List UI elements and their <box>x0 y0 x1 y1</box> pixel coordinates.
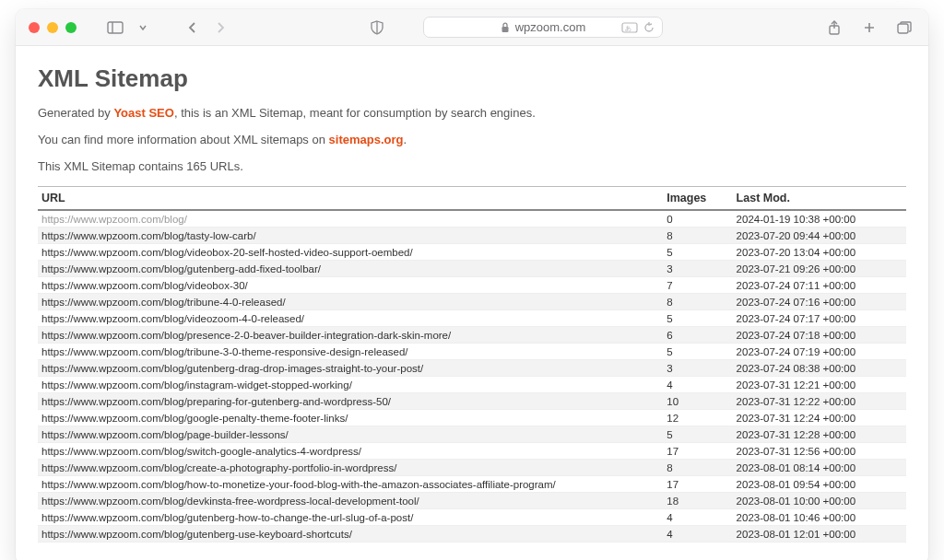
header-lastmod: Last Mod. <box>733 187 906 211</box>
cell-images: 5 <box>663 310 732 327</box>
table-row: https://www.wpzoom.com/blog/switch-googl… <box>38 443 906 460</box>
privacy-shield-icon[interactable] <box>366 18 388 38</box>
sitemaps-org-link[interactable]: sitemaps.org <box>329 133 404 146</box>
cell-url: https://www.wpzoom.com/blog/tribune-4-0-… <box>38 294 663 310</box>
svg-rect-0 <box>108 22 123 33</box>
cell-lastmod: 2023-07-24 07:16 +00:00 <box>733 294 906 310</box>
table-row: https://www.wpzoom.com/blog/videozoom-4-… <box>38 310 906 327</box>
url-link[interactable]: https://www.wpzoom.com/blog/how-to-monet… <box>41 479 556 490</box>
intro-line: Generated by Yoast SEO, this is an XML S… <box>38 106 906 120</box>
back-button[interactable] <box>182 18 204 38</box>
cell-images: 18 <box>663 493 732 509</box>
table-row: https://www.wpzoom.com/blog/devkinsta-fr… <box>38 493 906 509</box>
cell-lastmod: 2023-07-21 09:26 +00:00 <box>733 261 906 277</box>
table-row: https://www.wpzoom.com/blog/how-to-monet… <box>38 476 906 493</box>
page-content: XML Sitemap Generated by Yoast SEO, this… <box>16 46 928 560</box>
cell-images: 3 <box>663 360 732 377</box>
url-link[interactable]: https://www.wpzoom.com/blog/tribune-4-0-… <box>41 297 286 308</box>
cell-images: 8 <box>663 228 732 244</box>
yoast-seo-link[interactable]: Yoast SEO <box>113 106 174 120</box>
cell-lastmod: 2023-08-01 09:54 +00:00 <box>733 476 906 493</box>
table-row: https://www.wpzoom.com/blog/instagram-wi… <box>38 377 906 393</box>
cell-lastmod: 2023-08-01 10:46 +00:00 <box>733 509 906 526</box>
cell-url: https://www.wpzoom.com/blog/preparing-fo… <box>38 393 663 410</box>
url-link[interactable]: https://www.wpzoom.com/blog/videobox-30/ <box>41 280 248 291</box>
table-row: https://www.wpzoom.com/blog/create-a-pho… <box>38 460 906 476</box>
minimize-window-button[interactable] <box>47 22 58 33</box>
url-link[interactable]: https://www.wpzoom.com/blog/devkinsta-fr… <box>41 496 419 507</box>
cell-url: https://www.wpzoom.com/blog/tasty-low-ca… <box>38 228 663 244</box>
forward-button[interactable] <box>209 18 231 38</box>
cell-url: https://www.wpzoom.com/blog/instagram-wi… <box>38 377 663 393</box>
cell-lastmod: 2023-07-31 12:56 +00:00 <box>733 443 906 460</box>
more-suffix: . <box>403 133 407 146</box>
cell-lastmod: 2023-07-24 07:19 +00:00 <box>733 344 906 360</box>
url-link[interactable]: https://www.wpzoom.com/blog/tasty-low-ca… <box>41 230 256 241</box>
share-button[interactable] <box>823 18 845 38</box>
table-row: https://www.wpzoom.com/blog/videobox-30/… <box>38 277 906 294</box>
cell-images: 12 <box>663 410 732 426</box>
cell-images: 0 <box>663 210 732 228</box>
url-link[interactable]: https://www.wpzoom.com/blog/presence-2-0… <box>41 330 451 341</box>
url-link[interactable]: https://www.wpzoom.com/blog/ <box>41 214 187 225</box>
cell-lastmod: 2023-07-20 09:44 +00:00 <box>733 228 906 244</box>
cell-url: https://www.wpzoom.com/blog/ <box>38 210 663 228</box>
traffic-lights <box>29 22 77 33</box>
url-link[interactable]: https://www.wpzoom.com/blog/videobox-20-… <box>41 247 413 258</box>
url-link[interactable]: https://www.wpzoom.com/blog/gutenberg-ho… <box>41 512 413 523</box>
cell-images: 3 <box>663 261 732 277</box>
cell-url: https://www.wpzoom.com/blog/videobox-30/ <box>38 277 663 294</box>
sidebar-toggle-button[interactable] <box>104 18 126 38</box>
cell-images: 4 <box>663 526 732 542</box>
cell-images: 5 <box>663 426 732 443</box>
reload-icon[interactable] <box>643 22 655 33</box>
url-link[interactable]: https://www.wpzoom.com/blog/create-a-pho… <box>41 462 396 473</box>
url-link[interactable]: https://www.wpzoom.com/blog/tribune-3-0-… <box>41 346 408 357</box>
url-link[interactable]: https://www.wpzoom.com/blog/preparing-fo… <box>41 396 391 407</box>
cell-lastmod: 2023-07-24 07:11 +00:00 <box>733 277 906 294</box>
lock-icon <box>501 22 510 33</box>
tabs-overview-button[interactable] <box>893 18 915 38</box>
table-row: https://www.wpzoom.com/blog/videobox-20-… <box>38 244 906 261</box>
header-images: Images <box>663 187 732 211</box>
more-prefix: You can find more information about XML … <box>38 133 329 146</box>
url-link[interactable]: https://www.wpzoom.com/blog/gutenberg-us… <box>41 529 352 540</box>
url-link[interactable]: https://www.wpzoom.com/blog/google-penal… <box>41 413 348 424</box>
url-link[interactable]: https://www.wpzoom.com/blog/switch-googl… <box>41 446 361 457</box>
table-row: https://www.wpzoom.com/blog/page-builder… <box>38 426 906 443</box>
intro-prefix: Generated by <box>38 106 113 120</box>
cell-url: https://www.wpzoom.com/blog/how-to-monet… <box>38 476 663 493</box>
table-row: https://www.wpzoom.com/blog/tribune-3-0-… <box>38 344 906 360</box>
cell-images: 5 <box>663 244 732 261</box>
table-row: https://www.wpzoom.com/blog/tribune-4-0-… <box>38 294 906 310</box>
close-window-button[interactable] <box>29 22 40 33</box>
url-link[interactable]: https://www.wpzoom.com/blog/page-builder… <box>41 429 289 440</box>
cell-url: https://www.wpzoom.com/blog/create-a-pho… <box>38 460 663 476</box>
cell-lastmod: 2023-07-20 13:04 +00:00 <box>733 244 906 261</box>
address-bar[interactable]: wpzoom.com あ <box>397 17 689 38</box>
cell-lastmod: 2023-07-31 12:22 +00:00 <box>733 393 906 410</box>
cell-url: https://www.wpzoom.com/blog/gutenberg-dr… <box>38 360 663 377</box>
svg-rect-10 <box>898 24 908 33</box>
maximize-window-button[interactable] <box>65 22 77 33</box>
cell-url: https://www.wpzoom.com/blog/devkinsta-fr… <box>38 493 663 509</box>
cell-images: 7 <box>663 277 732 294</box>
cell-lastmod: 2024-01-19 10:38 +00:00 <box>733 210 906 228</box>
cell-url: https://www.wpzoom.com/blog/gutenberg-us… <box>38 526 663 542</box>
address-text: wpzoom.com <box>515 20 586 34</box>
url-link[interactable]: https://www.wpzoom.com/blog/videozoom-4-… <box>41 313 304 324</box>
table-row: https://www.wpzoom.com/blog/gutenberg-ho… <box>38 509 906 526</box>
titlebar: wpzoom.com あ <box>16 9 928 46</box>
url-link[interactable]: https://www.wpzoom.com/blog/gutenberg-dr… <box>41 363 423 374</box>
url-link[interactable]: https://www.wpzoom.com/blog/gutenberg-ad… <box>41 263 321 274</box>
new-tab-button[interactable] <box>858 18 880 38</box>
tab-overview-dropdown[interactable] <box>132 18 154 38</box>
cell-lastmod: 2023-07-24 07:18 +00:00 <box>733 327 906 344</box>
reader-icon[interactable]: あ <box>621 22 638 33</box>
header-url: URL <box>38 187 663 211</box>
url-link[interactable]: https://www.wpzoom.com/blog/instagram-wi… <box>41 379 352 391</box>
table-row: https://www.wpzoom.com/blog/02024-01-19 … <box>38 210 906 228</box>
cell-images: 17 <box>663 443 732 460</box>
cell-url: https://www.wpzoom.com/blog/page-builder… <box>38 426 663 443</box>
cell-images: 17 <box>663 476 732 493</box>
